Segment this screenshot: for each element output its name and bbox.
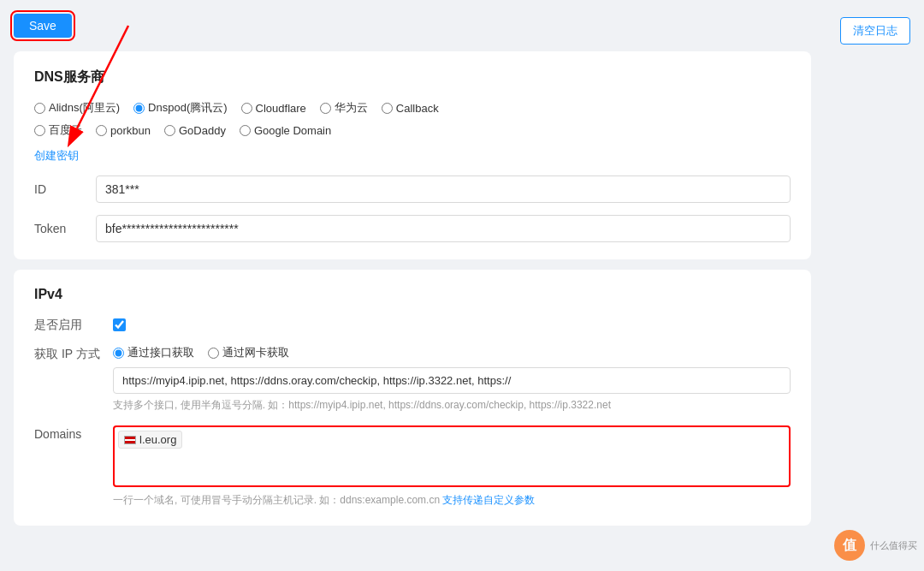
clear-log-button[interactable]: 清空日志 xyxy=(840,17,910,45)
watermark-icon: 值 xyxy=(834,530,865,561)
id-input[interactable] xyxy=(96,175,791,203)
radio-porkbun[interactable]: porkbun xyxy=(96,124,151,137)
radio-godaddy[interactable]: GoDaddy xyxy=(164,124,226,137)
enabled-label: 是否启用 xyxy=(34,316,103,333)
ipv4-card-title: IPv4 xyxy=(34,287,791,302)
radio-nic[interactable]: 通过网卡获取 xyxy=(208,345,289,360)
domains-label: Domains xyxy=(34,425,103,509)
ip-method-radio-row: 通过接口获取 通过网卡获取 xyxy=(113,345,791,360)
domain-tag-text: l.eu.org xyxy=(139,433,176,446)
ip-method-row: 获取 IP 方式 通过接口获取 通过网卡获取 支持多个接口, 使用半角逗号分 xyxy=(34,345,791,413)
toolbar: Save xyxy=(14,14,811,38)
dns-card-title: DNS服务商 xyxy=(34,68,791,86)
token-input[interactable] xyxy=(96,215,791,242)
watermark: 值 什么值得买 xyxy=(834,530,917,561)
id-row: ID xyxy=(34,175,791,203)
radio-cloudflare[interactable]: Cloudflare xyxy=(241,102,306,115)
radio-alidns[interactable]: Alidns(阿里云) xyxy=(34,100,120,116)
flag-icon xyxy=(124,436,136,444)
dns-card: DNS服务商 Alidns(阿里云) Dnspod(腾讯云) Cloudflar… xyxy=(14,51,811,259)
dns-radio-group-1: Alidns(阿里云) Dnspod(腾讯云) Cloudflare 华为云 C… xyxy=(34,100,791,116)
watermark-text: 什么值得买 xyxy=(870,539,917,552)
url-hint: 支持多个接口, 使用半角逗号分隔. 如：https://myip4.ipip.n… xyxy=(113,397,791,413)
domains-hint: 一行一个域名, 可使用冒号手动分隔主机记录. 如：ddns:example.co… xyxy=(113,492,791,509)
url-input[interactable] xyxy=(113,367,791,394)
dns-radio-group-2: 百度云 porkbun GoDaddy Google Domain xyxy=(34,122,791,138)
token-row: Token xyxy=(34,215,791,242)
right-sidebar: 清空日志 xyxy=(825,14,910,557)
enabled-row: 是否启用 xyxy=(34,316,791,333)
domain-tag: l.eu.org xyxy=(118,431,182,449)
ipv4-card: IPv4 是否启用 获取 IP 方式 通过接口获取 xyxy=(14,270,811,526)
radio-baidu[interactable]: 百度云 xyxy=(34,122,82,138)
radio-googledomain[interactable]: Google Domain xyxy=(240,124,331,137)
domains-row: Domains l.eu.org 一行一个域名, 可使用冒号手动分隔主机记录. … xyxy=(34,425,791,509)
custom-params-link[interactable]: 支持传递自定义参数 xyxy=(442,494,535,506)
radio-interface[interactable]: 通过接口获取 xyxy=(113,345,194,360)
ip-method-label: 获取 IP 方式 xyxy=(34,345,103,413)
radio-huawei[interactable]: 华为云 xyxy=(320,100,368,116)
save-button[interactable]: Save xyxy=(14,14,72,38)
id-label: ID xyxy=(34,182,86,196)
token-label: Token xyxy=(34,222,86,235)
enabled-checkbox[interactable] xyxy=(113,318,126,331)
radio-callback[interactable]: Callback xyxy=(382,102,439,115)
domains-field-wrap: l.eu.org xyxy=(113,425,791,487)
create-key-link[interactable]: 创建密钥 xyxy=(34,148,79,164)
radio-dnspod[interactable]: Dnspod(腾讯云) xyxy=(133,100,227,116)
